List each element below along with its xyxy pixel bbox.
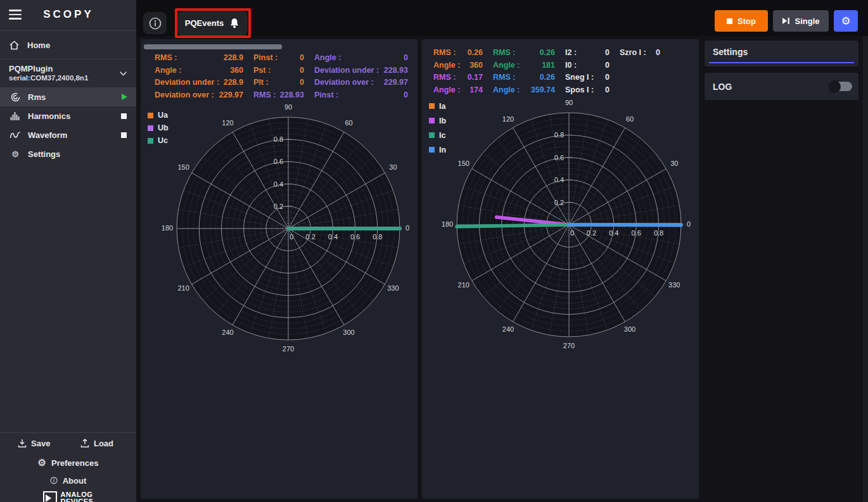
polar-chart-svg: 03060901201501802102402703003300.20.40.6…	[422, 39, 699, 499]
svg-text:90: 90	[284, 103, 292, 111]
load-button[interactable]: Load	[80, 439, 113, 448]
svg-text:0.4: 0.4	[554, 176, 564, 184]
plugin-name: PQMPlugin	[9, 64, 136, 73]
save-button[interactable]: Save	[18, 439, 50, 448]
gear-icon: ⚙	[9, 149, 22, 159]
svg-text:120: 120	[222, 119, 233, 127]
sidebar-item-harmonics[interactable]: Harmonics	[0, 106, 136, 125]
stopped-indicator-icon[interactable]	[121, 113, 127, 119]
svg-text:300: 300	[343, 329, 354, 336]
svg-text:330: 330	[668, 281, 680, 289]
info-icon	[148, 16, 162, 30]
stopped-indicator-icon[interactable]	[121, 132, 127, 138]
svg-text:0.6: 0.6	[350, 233, 360, 241]
settings-label: Settings	[28, 149, 60, 159]
svg-text:0.8: 0.8	[554, 131, 564, 139]
svg-text:150: 150	[458, 160, 469, 167]
svg-text:210: 210	[458, 281, 469, 289]
sidebar-plugin-header[interactable]: PQMPlugin serial:COM37,2400,8n1	[0, 60, 136, 87]
svg-text:0.2: 0.2	[587, 229, 596, 237]
toggle-knob[interactable]	[828, 80, 841, 93]
phasor-in	[569, 225, 681, 225]
about-button[interactable]: About	[0, 472, 136, 489]
svg-text:180: 180	[162, 224, 173, 232]
info-icon	[50, 477, 58, 484]
svg-text:0.2: 0.2	[554, 199, 564, 206]
phasor-ic	[457, 225, 569, 227]
accent-underline	[709, 62, 854, 63]
sidebar-item-rms[interactable]: Rms	[0, 87, 136, 106]
analog-devices-logo: ANALOG DEVICES	[0, 491, 136, 502]
load-icon	[80, 439, 89, 448]
svg-text:0.8: 0.8	[373, 233, 382, 241]
running-indicator-icon[interactable]	[122, 94, 127, 100]
log-card: LOG	[705, 73, 858, 100]
waveform-icon	[9, 131, 22, 139]
polar-chart-svg: 03060901201501802102402703003300.20.40.6…	[141, 39, 418, 499]
svg-text:0.4: 0.4	[274, 180, 283, 188]
svg-text:180: 180	[442, 220, 453, 228]
svg-text:0: 0	[687, 220, 691, 228]
scopy-window: SCOPY Home PQMPlugin serial:COM37,2400,8…	[0, 0, 868, 502]
voltage-phasor-panel: RMS :228.9Angle :360Deviation under :228…	[141, 39, 418, 499]
rms-icon	[9, 92, 22, 103]
svg-text:150: 150	[177, 163, 189, 171]
menu-toggle-icon[interactable]	[9, 9, 22, 20]
save-icon	[18, 439, 27, 448]
svg-text:0: 0	[570, 229, 574, 237]
log-label: LOG	[713, 82, 732, 92]
gear-icon: ⚙	[841, 16, 850, 27]
adi-triangle-icon	[43, 491, 57, 502]
sidebar-item-waveform[interactable]: Waveform	[0, 125, 136, 144]
harmonics-icon	[9, 111, 22, 120]
sidebar-item-settings[interactable]: ⚙ Settings	[0, 144, 136, 163]
pqevents-button[interactable]: PQEvents	[177, 11, 248, 35]
chevron-down-icon[interactable]	[119, 71, 127, 76]
svg-text:30: 30	[389, 163, 397, 171]
svg-text:300: 300	[624, 325, 635, 333]
svg-text:60: 60	[345, 119, 352, 127]
scrollbar-track[interactable]	[863, 36, 868, 502]
svg-text:120: 120	[502, 115, 514, 123]
single-label: Single	[795, 16, 819, 26]
svg-text:90: 90	[565, 99, 573, 106]
svg-text:240: 240	[222, 329, 233, 336]
stop-icon	[727, 18, 732, 24]
svg-text:0.4: 0.4	[328, 233, 338, 241]
home-icon	[9, 41, 20, 50]
log-toggle[interactable]	[829, 82, 852, 91]
sidebar-footer: Save Load ⚙ Preferences A	[0, 432, 136, 502]
svg-text:270: 270	[563, 342, 575, 349]
svg-text:0.6: 0.6	[632, 229, 641, 237]
waveform-label: Waveform	[28, 130, 67, 140]
sidebar-item-home[interactable]: Home	[0, 31, 136, 59]
svg-text:240: 240	[502, 325, 514, 333]
svg-text:0.6: 0.6	[554, 154, 564, 161]
svg-text:0: 0	[405, 224, 409, 232]
stop-button[interactable]: Stop	[715, 10, 768, 32]
svg-text:0.6: 0.6	[274, 158, 283, 165]
sidebar-header: SCOPY	[0, 0, 136, 30]
svg-text:30: 30	[670, 160, 678, 167]
settings-panel-title: Settings	[705, 41, 858, 57]
single-button[interactable]: Single	[773, 10, 829, 32]
sidebar: SCOPY Home PQMPlugin serial:COM37,2400,8…	[0, 0, 136, 502]
preferences-button[interactable]: ⚙ Preferences	[0, 453, 136, 472]
svg-text:210: 210	[177, 284, 189, 292]
svg-text:0.8: 0.8	[654, 229, 663, 237]
harmonics-label: Harmonics	[28, 111, 70, 121]
current-phasor-panel: RMS :0.26Angle :360RMS :0.17Angle :174RM…	[422, 39, 699, 499]
voltage-polar-plot[interactable]: 03060901201501802102402703003300.20.40.6…	[141, 39, 418, 499]
info-button[interactable]	[143, 12, 167, 34]
scopy-logo: SCOPY	[30, 8, 106, 21]
svg-text:0: 0	[290, 233, 293, 241]
plugin-uri: serial:COM37,2400,8n1	[9, 74, 136, 82]
current-polar-plot[interactable]: 03060901201501802102402703003300.20.40.6…	[422, 39, 699, 499]
svg-text:270: 270	[283, 345, 294, 353]
svg-text:0.8: 0.8	[274, 135, 283, 143]
home-label: Home	[27, 41, 50, 50]
svg-text:0.4: 0.4	[609, 229, 618, 237]
gear-icon: ⚙	[38, 457, 46, 468]
plot-settings-button[interactable]: ⚙	[834, 10, 858, 32]
stop-label: Stop	[737, 16, 756, 26]
